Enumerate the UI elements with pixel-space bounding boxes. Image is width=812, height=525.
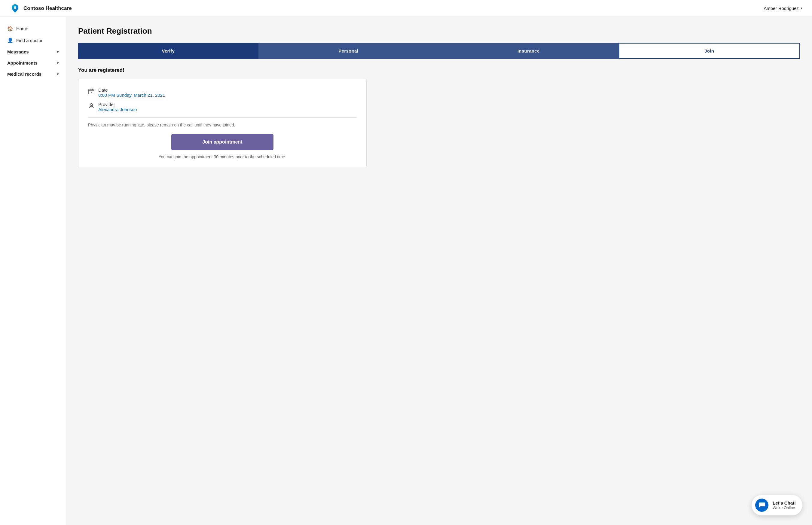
user-chevron-icon: ▾ <box>801 6 802 10</box>
join-appointment-button[interactable]: Join appointment <box>171 134 274 150</box>
header: Contoso Healthcare Amber Rodriguez ▾ <box>0 0 812 17</box>
date-info: Date 8:00 PM Sunday, March 21, 2021 <box>98 87 165 97</box>
card-divider <box>88 117 357 118</box>
sidebar-item-find-doctor[interactable]: 👤 Find a doctor <box>0 34 66 46</box>
step-verify[interactable]: Verify <box>78 43 259 59</box>
logo-area: Contoso Healthcare <box>10 3 72 14</box>
logo-icon <box>10 3 20 14</box>
sidebar-label-find-doctor: Find a doctor <box>16 38 43 43</box>
sidebar-item-medical-records[interactable]: Medical records ▾ <box>0 69 66 79</box>
date-value: 8:00 PM Sunday, March 21, 2021 <box>98 92 165 97</box>
page-title: Patient Registration <box>78 27 800 36</box>
home-icon: 🏠 <box>7 26 13 32</box>
sidebar-label-messages: Messages <box>7 49 29 54</box>
user-name: Amber Rodriguez <box>764 6 799 11</box>
svg-point-4 <box>91 92 92 93</box>
provider-info: Provider Alexandra Johnson <box>98 102 137 112</box>
main-content: Patient Registration Verify Personal Ins… <box>66 17 812 525</box>
sidebar-label-appointments: Appointments <box>7 60 38 65</box>
sidebar-item-appointments[interactable]: Appointments ▾ <box>0 57 66 69</box>
sidebar: 🏠 Home 👤 Find a doctor Messages ▾ Appoin… <box>0 17 66 525</box>
sidebar-item-home[interactable]: 🏠 Home <box>0 23 66 34</box>
chat-title: Let's Chat! <box>773 500 796 506</box>
svg-rect-0 <box>89 89 94 94</box>
provider-icon <box>88 102 95 110</box>
registration-card: Date 8:00 PM Sunday, March 21, 2021 Prov… <box>78 79 367 168</box>
chat-status: We're Online <box>773 506 796 510</box>
appointments-chevron-icon: ▾ <box>57 61 59 65</box>
provider-value: Alexandra Johnson <box>98 107 137 112</box>
stepper: Verify Personal Insurance Join <box>78 43 800 59</box>
sidebar-item-messages[interactable]: Messages ▾ <box>0 46 66 57</box>
logo-text: Contoso Healthcare <box>24 5 72 11</box>
registration-status: You are registered! <box>78 67 800 73</box>
provider-label: Provider <box>98 102 137 107</box>
medical-records-chevron-icon: ▾ <box>57 72 59 76</box>
date-label: Date <box>98 87 165 92</box>
join-note: You can join the appointment 30 minutes … <box>88 154 357 159</box>
provider-row: Provider Alexandra Johnson <box>88 102 357 112</box>
svg-point-5 <box>90 104 92 106</box>
messages-chevron-icon: ▾ <box>57 50 59 54</box>
physician-note: Physician may be running late, please re… <box>88 122 357 127</box>
chat-bubble[interactable]: Let's Chat! We're Online <box>752 495 802 515</box>
step-join[interactable]: Join <box>619 43 800 59</box>
layout: 🏠 Home 👤 Find a doctor Messages ▾ Appoin… <box>0 17 812 525</box>
step-insurance[interactable]: Insurance <box>439 43 619 59</box>
find-doctor-icon: 👤 <box>7 38 13 43</box>
sidebar-label-home: Home <box>16 26 28 31</box>
calendar-icon <box>88 88 95 96</box>
chat-icon <box>755 498 768 512</box>
date-row: Date 8:00 PM Sunday, March 21, 2021 <box>88 87 357 97</box>
chat-text: Let's Chat! We're Online <box>773 500 796 510</box>
user-menu[interactable]: Amber Rodriguez ▾ <box>764 6 802 11</box>
sidebar-label-medical-records: Medical records <box>7 72 42 77</box>
step-personal[interactable]: Personal <box>259 43 439 59</box>
